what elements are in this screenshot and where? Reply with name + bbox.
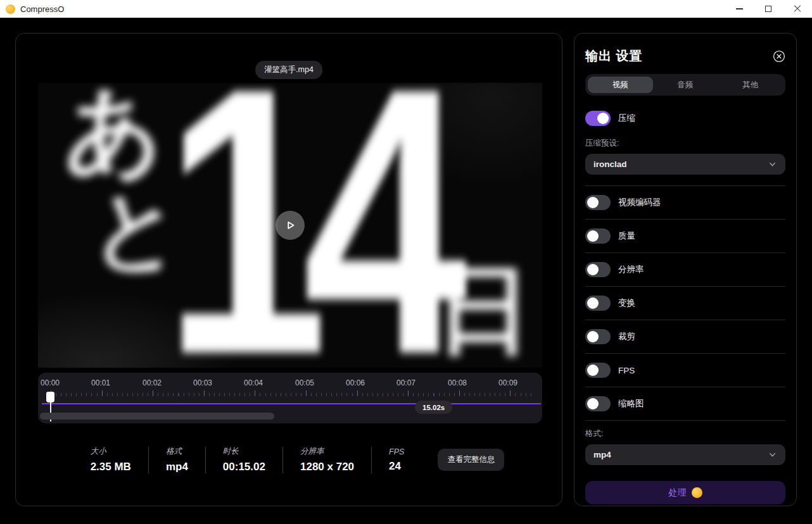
close-window-button[interactable] — [783, 0, 812, 18]
stat-value: 00:15.02 — [223, 461, 265, 473]
app-title: CompressO — [20, 4, 64, 14]
toggle-label: 分辨率 — [618, 264, 644, 275]
divider — [585, 420, 785, 421]
player-card: 灌篮高手.mp4 あ と 14 日 00:00 00:01 00:02 00:0… — [15, 33, 562, 506]
trim-range-line[interactable] — [42, 403, 541, 404]
stat-label: 格式 — [166, 446, 188, 457]
timeline-tick-label: 00:00 — [41, 378, 60, 387]
stat-size: 大小 2.35 MB — [73, 446, 148, 473]
stat-fps: FPS 24 — [372, 447, 421, 473]
toggle-row-resolution: 分辨率 — [585, 253, 785, 286]
video-frame-text: 日 — [436, 261, 532, 358]
timeline-tick-label: 00:02 — [143, 378, 162, 387]
toggle-row-thumbnail: 缩略图 — [585, 387, 785, 420]
maximize-icon — [765, 6, 771, 12]
toggle-knob — [587, 331, 599, 342]
stat-format: 格式 mp4 — [149, 446, 205, 473]
timeline-tick-label: 00:01 — [91, 378, 110, 387]
process-button-label: 处理 — [669, 487, 687, 499]
timeline-tick-label: 00:06 — [346, 378, 365, 387]
timeline-tick-label: 00:05 — [295, 378, 314, 387]
toggle-knob — [587, 297, 599, 309]
ok-hand-icon — [692, 487, 702, 498]
timeline-tick-label: 00:03 — [193, 378, 212, 387]
panel-title: 输出 设置 — [585, 47, 643, 65]
video-encoder-toggle[interactable] — [585, 195, 611, 210]
chevron-down-icon — [768, 450, 777, 459]
app-logo-icon — [6, 4, 15, 14]
video-frame-text: あ — [65, 83, 163, 178]
stat-value: mp4 — [166, 461, 188, 473]
minimize-icon — [736, 8, 743, 9]
process-button[interactable]: 处理 — [585, 481, 785, 504]
toggle-row-video-encoder: 视频编码器 — [585, 185, 785, 219]
play-icon — [283, 218, 297, 232]
compress-toggle-row: 压缩 — [585, 111, 785, 126]
format-dropdown[interactable]: mp4 — [585, 444, 785, 465]
toggle-row-quality: 质量 — [585, 219, 785, 253]
duration-badge: 15.02s — [415, 401, 452, 414]
close-icon — [794, 5, 801, 13]
panel-header: 输出 设置 — [585, 47, 785, 65]
stat-value: 2.35 MB — [91, 461, 131, 473]
video-filename-badge: 灌篮高手.mp4 — [255, 61, 322, 79]
compress-toggle[interactable] — [585, 111, 611, 126]
format-value: mp4 — [593, 450, 611, 459]
toggle-row-crop: 裁剪 — [585, 320, 785, 353]
timeline-major-ticks — [51, 390, 533, 396]
toggle-knob — [587, 398, 599, 409]
option-toggles-list: 视频编码器 质量 分辨率 变换 裁剪 FPS — [585, 185, 785, 421]
timeline-tick-label: 00:07 — [396, 378, 416, 387]
toggle-label: 质量 — [618, 230, 635, 242]
stat-label: 分辨率 — [300, 446, 354, 457]
stat-label: 时长 — [223, 446, 265, 457]
playhead-handle[interactable] — [46, 392, 54, 402]
timeline[interactable]: 00:00 00:01 00:02 00:03 00:04 00:05 00:0… — [38, 373, 542, 423]
close-panel-button[interactable] — [773, 50, 785, 63]
quality-toggle[interactable] — [585, 228, 611, 244]
toggle-knob — [587, 264, 599, 275]
full-info-button[interactable]: 查看完整信息 — [438, 449, 504, 471]
toggle-knob — [587, 365, 599, 376]
toggle-row-transform: 变换 — [585, 286, 785, 320]
transform-toggle[interactable] — [585, 296, 611, 311]
fps-toggle[interactable] — [585, 363, 611, 378]
toggle-knob — [587, 230, 599, 242]
tab-video[interactable]: 视频 — [588, 77, 653, 93]
toggle-knob — [587, 197, 599, 208]
stat-resolution: 分辨率 1280 x 720 — [283, 446, 371, 473]
timeline-tick-label: 00:04 — [244, 378, 263, 387]
settings-tabs: 视频 音频 其他 — [585, 74, 785, 96]
stat-value: 24 — [389, 460, 404, 473]
preset-value: ironclad — [593, 159, 627, 169]
video-preview[interactable]: あ と 14 日 — [38, 83, 542, 368]
toggle-label: 变换 — [618, 297, 635, 309]
maximize-button[interactable] — [754, 0, 783, 18]
titlebar: CompressO — [0, 0, 812, 18]
output-settings-panel: 输出 设置 视频 音频 其他 压缩 压缩预设: ironclad — [574, 33, 797, 506]
chevron-down-icon — [768, 159, 777, 169]
timeline-tick-label: 00:08 — [448, 378, 467, 387]
stat-label: FPS — [389, 447, 404, 456]
preset-label: 压缩预设: — [585, 138, 785, 149]
play-button[interactable] — [276, 211, 305, 240]
resolution-toggle[interactable] — [585, 262, 611, 277]
toggle-label: 视频编码器 — [618, 197, 661, 208]
toggle-label: FPS — [618, 366, 635, 375]
toggle-row-fps: FPS — [585, 353, 785, 387]
window-controls — [725, 0, 812, 18]
video-stats-row: 大小 2.35 MB 格式 mp4 时长 00:15.02 分辨率 1280 x… — [16, 446, 562, 473]
stat-label: 大小 — [91, 446, 131, 457]
thumbnail-toggle[interactable] — [585, 396, 611, 411]
stat-value: 1280 x 720 — [300, 461, 354, 473]
workspace: 灌篮高手.mp4 あ と 14 日 00:00 00:01 00:02 00:0… — [0, 18, 812, 524]
tab-audio[interactable]: 音频 — [653, 77, 718, 93]
stat-duration: 时长 00:15.02 — [206, 446, 282, 473]
toggle-label: 缩略图 — [618, 398, 644, 409]
crop-toggle[interactable] — [585, 329, 611, 344]
preset-dropdown[interactable]: ironclad — [585, 154, 785, 175]
timeline-scrollbar[interactable] — [40, 413, 274, 420]
tab-other[interactable]: 其他 — [718, 77, 783, 93]
minimize-button[interactable] — [725, 0, 754, 18]
timeline-tick-label: 00:09 — [498, 378, 517, 387]
